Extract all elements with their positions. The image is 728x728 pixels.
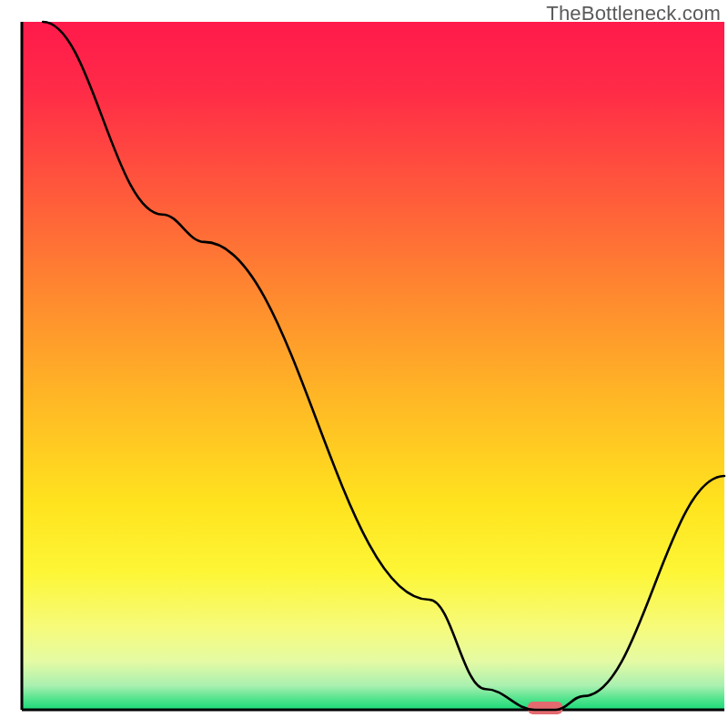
plot-background [22, 22, 724, 710]
optimal-marker [528, 702, 563, 714]
watermark-text: TheBottleneck.com [546, 2, 721, 25]
chart-container: TheBottleneck.com [0, 0, 728, 728]
bottleneck-chart [0, 0, 728, 728]
